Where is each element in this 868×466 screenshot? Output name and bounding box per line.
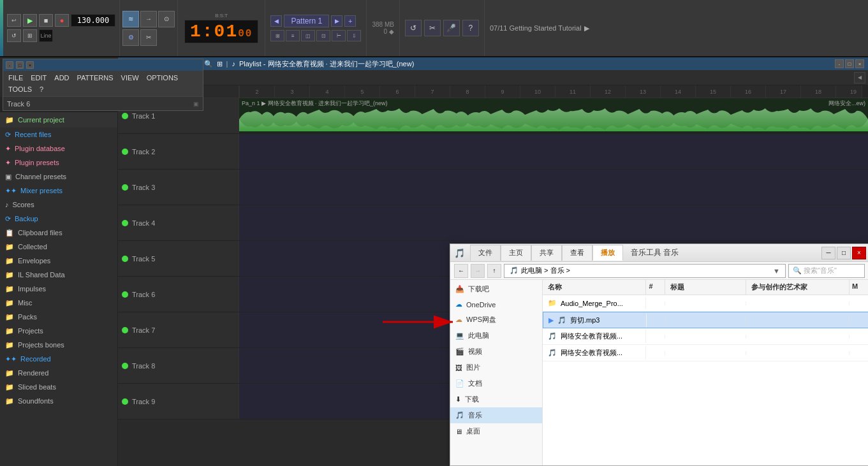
fe-tab-file[interactable]: 文件 xyxy=(470,245,501,261)
track-content-4[interactable] xyxy=(239,205,868,240)
fe-address-bar[interactable]: 🎵 此电脑 > 音乐 > ▼ xyxy=(504,264,786,278)
fe-col-num[interactable]: # xyxy=(646,280,665,295)
track-content-3[interactable] xyxy=(239,170,868,205)
sidebar-item-backup[interactable]: ⟳ Backup xyxy=(0,212,117,226)
fe-sidebar-item-download[interactable]: 📥 下载吧 xyxy=(450,281,542,297)
playlist-restore-btn[interactable]: □ xyxy=(845,59,854,68)
sidebar-item-packs[interactable]: 📁 Packs xyxy=(0,310,117,324)
pat-btn-4[interactable]: ⊡ xyxy=(316,30,330,41)
fe-col-name[interactable]: 名称 xyxy=(543,280,646,295)
sidebar-item-recorded[interactable]: ✦✦ Recorded xyxy=(0,352,117,366)
mode-btn-2[interactable]: → xyxy=(140,11,157,27)
pl-scroll-left-btn[interactable]: ◀ xyxy=(854,72,865,84)
menu-options[interactable]: OPTIONS xyxy=(143,72,182,84)
track-label-3[interactable]: Track 3 xyxy=(118,170,239,205)
win-restore-btn[interactable]: □ xyxy=(16,61,24,69)
sidebar-item-misc[interactable]: 📁 Misc xyxy=(0,296,117,310)
menu-help[interactable]: ? xyxy=(36,84,47,95)
sidebar-item-current-project[interactable]: 📁 Current project xyxy=(0,112,117,127)
track-label-6[interactable]: Track 6 xyxy=(118,277,239,312)
sidebar-item-envelopes[interactable]: 📁 Envelopes xyxy=(0,254,117,268)
track-label-9[interactable]: Track 9 xyxy=(118,384,239,419)
sidebar-item-channel-presets[interactable]: ▣ Channel presets xyxy=(0,170,117,184)
mode-btn-3[interactable]: ⊙ xyxy=(158,11,175,27)
play-btn[interactable]: ▶ xyxy=(23,14,37,27)
fe-file-row-4[interactable]: 🎵 网络安全教育视频... xyxy=(543,345,868,361)
playlist-close-btn[interactable]: × xyxy=(855,59,864,68)
snap-btn[interactable]: ⊞ xyxy=(23,29,37,42)
track-content-1[interactable]: Pa_n 1 ▶ 网络安全教育视频 · 进来我们一起学习吧_(new) 网络安全… xyxy=(239,98,868,133)
fe-sidebar-item-desktop[interactable]: 🖥 桌面 xyxy=(450,423,542,439)
sidebar-item-plugin-presets[interactable]: ✦ Plugin presets xyxy=(0,156,117,170)
bpm-display[interactable]: 130.000 xyxy=(71,14,115,27)
pat-btn-6[interactable]: ⇩ xyxy=(347,30,361,41)
sidebar-item-plugin-database[interactable]: ✦ Plugin database xyxy=(0,142,117,156)
fe-restore-btn[interactable]: □ xyxy=(837,247,851,259)
mode-btn-1[interactable]: ≋ xyxy=(122,11,139,27)
track-label-7[interactable]: Track 7 xyxy=(118,312,239,347)
playlist-icon-8[interactable]: ⊞ xyxy=(217,60,223,68)
win-minimize-btn[interactable]: - xyxy=(6,61,13,69)
pat-btn-3[interactable]: ◫ xyxy=(301,30,315,41)
fe-sidebar-item-dl2[interactable]: ⬇ 下载 xyxy=(450,391,542,407)
fe-tab-share[interactable]: 共享 xyxy=(531,245,562,261)
fe-col-m[interactable]: M xyxy=(850,280,868,295)
fe-sidebar-item-music[interactable]: 🎵 音乐 xyxy=(450,407,542,423)
sidebar-item-soundfonts[interactable]: 📁 Soundfonts xyxy=(0,394,117,408)
sidebar-item-scores[interactable]: ♪ Scores xyxy=(0,198,117,212)
sidebar-item-recent-files[interactable]: ⟳ Recent files xyxy=(0,127,117,142)
record-btn[interactable]: ● xyxy=(55,14,69,27)
track-label-8[interactable]: Track 8 xyxy=(118,348,239,383)
tutorial-label[interactable]: 07/11 Getting Started Tutorial ▶ xyxy=(485,0,594,56)
fe-sidebar-item-document[interactable]: 📄 文档 xyxy=(450,375,542,391)
sidebar-item-clipboard[interactable]: 📋 Clipboard files xyxy=(0,226,117,240)
win-close-btn[interactable]: × xyxy=(26,61,34,69)
fe-back-btn[interactable]: ← xyxy=(454,264,468,278)
fe-forward-btn[interactable]: → xyxy=(471,264,485,278)
pattern-display[interactable]: Pattern 1 xyxy=(284,15,329,27)
menu-tools[interactable]: TOOLS xyxy=(4,84,36,95)
fe-file-row-1[interactable]: 📁 Audio_Merge_Pro... xyxy=(543,295,868,312)
track-content-2[interactable] xyxy=(239,134,868,169)
fe-close-btn[interactable]: × xyxy=(852,247,866,259)
fe-sidebar-item-video[interactable]: 🎬 视频 xyxy=(450,344,542,360)
menu-file[interactable]: FILE xyxy=(4,72,27,84)
fe-tab-view[interactable]: 查看 xyxy=(562,245,592,261)
add-pattern-btn[interactable]: + xyxy=(344,15,356,27)
fe-tab-active[interactable]: 播放 xyxy=(592,245,623,261)
fe-file-row-2[interactable]: ▶ 🎵 剪切.mp3 xyxy=(543,312,868,328)
fe-sidebar-item-picture[interactable]: 🖼 图片 xyxy=(450,360,542,375)
sidebar-item-impulses[interactable]: 📁 Impulses xyxy=(0,282,117,296)
fe-col-title[interactable]: 标题 xyxy=(665,280,746,295)
sidebar-item-rendered[interactable]: 📁 Rendered xyxy=(0,366,117,380)
sidebar-item-sliced-beats[interactable]: 📁 Sliced beats xyxy=(0,380,117,394)
fe-up-btn[interactable]: ↑ xyxy=(487,264,501,278)
fe-tab-home[interactable]: 主页 xyxy=(501,245,531,261)
fe-file-row-3[interactable]: 🎵 网络安全教育视频... xyxy=(543,328,868,345)
mixer-btn[interactable]: ↺ xyxy=(405,20,422,36)
menu-add[interactable]: ADD xyxy=(50,72,73,84)
fe-sidebar-item-computer[interactable]: 💻 此电脑 xyxy=(450,328,542,344)
menu-patterns[interactable]: PATTERNS xyxy=(73,72,117,84)
pat-btn-5[interactable]: ⊢ xyxy=(332,30,346,41)
sidebar-item-projects[interactable]: 📁 Projects xyxy=(0,324,117,338)
fe-sidebar-item-wps[interactable]: ☁ WPS网盘 xyxy=(450,312,542,328)
menu-view[interactable]: VIEW xyxy=(117,72,143,84)
fe-search-box[interactable]: 🔍 搜索"音乐" xyxy=(788,264,865,278)
dropdown-arrow-icon[interactable]: ▼ xyxy=(773,267,780,275)
pat-btn-2[interactable]: ≡ xyxy=(286,30,300,41)
piano-btn[interactable]: ✂ xyxy=(424,20,441,36)
track-label-2[interactable]: Track 2 xyxy=(118,134,239,169)
track-label-5[interactable]: Track 5 xyxy=(118,241,239,276)
pat-btn-1[interactable]: ⊞ xyxy=(270,30,284,41)
sidebar-item-projects-bones[interactable]: 📁 Projects bones xyxy=(0,338,117,352)
prev-pattern-btn[interactable]: ◀ xyxy=(270,15,282,27)
fe-minimize-btn[interactable]: ─ xyxy=(821,247,835,259)
rewind-btn[interactable]: ↩ xyxy=(7,14,21,27)
sidebar-item-collected[interactable]: 📁 Collected xyxy=(0,240,117,254)
sidebar-item-il-shared-data[interactable]: 📁 IL Shared Data xyxy=(0,268,117,282)
mode-btn-4[interactable]: ⚙ xyxy=(122,29,139,46)
help-btn[interactable]: ? xyxy=(462,20,479,36)
playlist-icon-7[interactable]: 🔍 xyxy=(204,60,213,68)
mode-btn-5[interactable]: ✂ xyxy=(140,29,157,46)
